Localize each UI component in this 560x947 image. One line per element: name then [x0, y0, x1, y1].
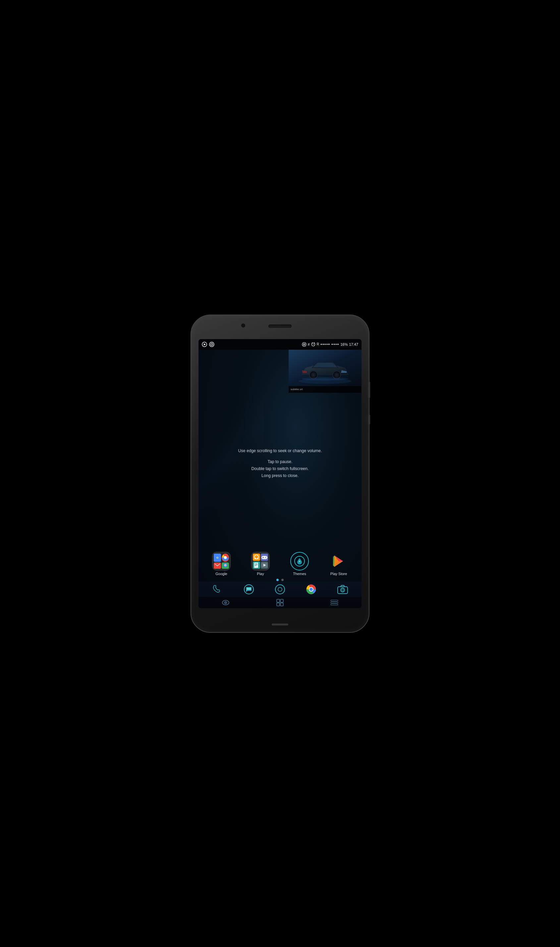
page-dot-2[interactable]: [282, 579, 284, 581]
phone-icon: [212, 584, 223, 594]
svg-point-23: [224, 556, 227, 559]
svg-point-17: [312, 374, 314, 376]
dock-chrome[interactable]: [303, 582, 319, 597]
svg-rect-63: [280, 603, 283, 606]
play-folder-icon[interactable]: [251, 552, 270, 570]
playstore-svg-icon: [330, 553, 347, 570]
speaker: [268, 325, 292, 328]
svg-point-7: [304, 344, 305, 345]
svg-point-45: [247, 588, 248, 589]
svg-point-36: [265, 557, 266, 558]
app-item-play[interactable]: Play: [249, 552, 272, 576]
status-r: R: [317, 342, 319, 346]
video-car-image: [289, 350, 362, 386]
video-info-bar: subtitle.srt: [289, 386, 362, 393]
volume-button[interactable]: [368, 382, 370, 398]
clock: 17:47: [349, 342, 358, 346]
home-bar: [272, 624, 288, 625]
media-play-icon: [202, 342, 207, 347]
dock: [198, 582, 362, 608]
svg-rect-30: [254, 557, 255, 559]
dock-camera[interactable]: [335, 582, 350, 597]
power-button[interactable]: [368, 415, 370, 425]
app-item-playstore[interactable]: Play Store: [327, 552, 350, 576]
status-hashtag: #: [308, 342, 310, 346]
svg-point-20: [336, 374, 338, 376]
nav-recent-icon: [330, 599, 338, 606]
app-item-themes[interactable]: Themes: [288, 552, 311, 576]
svg-rect-61: [280, 599, 283, 602]
svg-rect-31: [257, 557, 258, 559]
svg-point-48: [275, 585, 285, 594]
svg-rect-37: [254, 562, 258, 568]
svg-rect-66: [331, 604, 338, 605]
alarm-icon: [311, 342, 315, 346]
signal-dots-right: ●●●●: [331, 343, 339, 346]
svg-point-56: [342, 589, 344, 591]
dock-phone[interactable]: [210, 582, 225, 597]
svg-rect-62: [277, 603, 280, 606]
nav-home-icon: [276, 599, 284, 607]
dock-messages[interactable]: [241, 582, 257, 597]
svg-marker-1: [204, 343, 206, 345]
video-subtitle-text: subtitle.srt: [291, 388, 303, 391]
themes-svg-icon: [294, 556, 305, 567]
themes-icon[interactable]: [290, 552, 309, 570]
svg-point-53: [309, 588, 313, 591]
app-grid: G: [198, 552, 362, 578]
status-hotspot-icon: [302, 342, 306, 347]
playstore-icon-wrapper[interactable]: [329, 552, 348, 570]
playstore-icon[interactable]: [329, 552, 348, 570]
app-item-google[interactable]: G: [210, 552, 233, 576]
play-label: Play: [257, 572, 264, 576]
nav-back-btn[interactable]: [220, 597, 232, 608]
nav-recent-btn[interactable]: [328, 597, 340, 608]
tips-overlay[interactable]: Use edge scrolling to seek or change vol…: [198, 393, 362, 535]
svg-rect-32: [262, 556, 268, 559]
svg-point-35: [265, 557, 266, 557]
phone-device: # R ●●●●● ●●●● 16% 17:47: [191, 314, 369, 633]
video-thumbnail[interactable]: [289, 350, 362, 386]
svg-rect-39: [255, 565, 257, 565]
home-browser-icon: [274, 584, 286, 595]
svg-point-59: [225, 602, 226, 603]
dock-home[interactable]: [272, 582, 288, 597]
svg-point-46: [248, 588, 249, 589]
status-left-icons: [202, 342, 214, 347]
battery-percent: 16%: [340, 342, 348, 346]
tip-edge-scroll: Use edge scrolling to seek or change vol…: [238, 448, 322, 453]
signal-dots-left: ●●●●●: [320, 343, 330, 346]
playstore-label: Play Store: [330, 572, 347, 576]
svg-point-49: [278, 587, 282, 591]
svg-rect-64: [331, 600, 338, 601]
chrome-icon: [305, 584, 317, 595]
phone-screen: # R ●●●●● ●●●● 16% 17:47: [198, 339, 362, 608]
nav-home-btn[interactable]: [274, 597, 286, 608]
front-camera: [241, 323, 246, 328]
page-dot-1[interactable]: [276, 579, 278, 581]
svg-rect-38: [255, 564, 257, 564]
svg-point-4: [211, 344, 212, 345]
svg-rect-24: [214, 563, 220, 568]
dock-icons-row: [198, 582, 362, 597]
video-widget[interactable]: subtitle.srt: [289, 350, 362, 393]
svg-point-21: [302, 377, 348, 380]
svg-rect-60: [277, 599, 280, 602]
google-folder-icon[interactable]: G: [212, 552, 231, 570]
status-bar: # R ●●●●● ●●●● 16% 17:47: [198, 339, 362, 350]
svg-rect-40: [255, 565, 257, 566]
camera-icon: [337, 584, 348, 594]
wallpaper: subtitle.srt Use edge scrolling to seek …: [198, 350, 362, 608]
app-row-main: G: [202, 552, 358, 576]
themes-icon-wrapper[interactable]: [290, 552, 309, 570]
messages-icon: [243, 584, 255, 595]
status-right-info: # R ●●●●● ●●●● 16% 17:47: [302, 342, 358, 347]
svg-rect-65: [331, 602, 338, 603]
svg-point-55: [341, 588, 345, 592]
themes-label: Themes: [293, 572, 306, 576]
nav-bar: [198, 597, 362, 608]
hotspot-icon: [209, 342, 214, 347]
svg-point-27: [225, 565, 226, 566]
tip-gestures: Tap to pause. Double tap to switch fulls…: [251, 459, 309, 480]
google-label: Google: [215, 572, 227, 576]
